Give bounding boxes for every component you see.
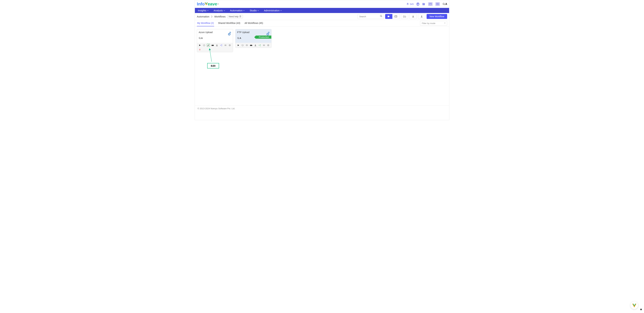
footer: © 2013-2024 Noesys Software Pvt. Ltd.	[195, 106, 449, 111]
new-workflow-button[interactable]: New Workflow	[426, 14, 447, 19]
upload-button[interactable]	[418, 14, 425, 19]
workflow-card[interactable]: Azure Upload A	[197, 29, 233, 52]
caret-down-icon	[207, 10, 209, 11]
download-icon	[216, 44, 218, 46]
annotation-text: Edit	[207, 63, 219, 69]
app-logo[interactable]: Info eave ®	[197, 2, 219, 7]
nav-label: Administration	[264, 9, 280, 12]
svg-point-32	[260, 45, 261, 45]
folder-plus-icon	[403, 15, 406, 18]
logo-trademark: ®	[218, 3, 219, 5]
svg-point-27	[246, 45, 247, 46]
qa-letter: A	[240, 37, 241, 39]
nav-automation[interactable]: Automation	[230, 8, 246, 13]
tab-my-workflow[interactable]: My Workflow (2)	[197, 20, 214, 26]
svg-point-6	[443, 3, 444, 5]
breadcrumb: Automation ❯ Workflows Need help ?	[197, 15, 243, 18]
qa-avatar[interactable]: A	[442, 3, 447, 6]
search-icon[interactable]	[380, 15, 382, 18]
filter-mode-select[interactable]: Filter by mode	[420, 21, 447, 26]
nav-label: Automation	[230, 9, 242, 12]
content-area: Azure Upload A	[195, 27, 449, 106]
svg-point-29	[250, 45, 251, 45]
share-button[interactable]	[258, 44, 261, 47]
delete-button[interactable]	[198, 48, 201, 51]
nav-analysis[interactable]: Analysis	[213, 8, 226, 13]
history-icon	[242, 44, 244, 46]
monitor-icon	[429, 3, 432, 5]
play-button[interactable]	[198, 44, 201, 47]
chevron-right-icon: ❯	[211, 15, 213, 18]
pencil-icon	[207, 44, 210, 46]
svg-point-15	[212, 45, 212, 45]
nav-administration[interactable]: Administration	[263, 8, 282, 13]
tabs-row: My Workflow (2) Shared Workflow (43) All…	[195, 20, 449, 27]
breadcrumb-automation[interactable]: Automation	[197, 15, 209, 18]
download-button[interactable]	[254, 44, 257, 47]
workflow-card[interactable]: FTP Upload Production A	[235, 29, 272, 48]
need-help-button[interactable]: Need help ?	[227, 15, 243, 18]
schedule-button[interactable]	[250, 44, 252, 47]
help-button[interactable]: ?	[416, 3, 420, 6]
svg-text:?: ?	[417, 3, 419, 6]
magnifier-icon	[199, 37, 201, 39]
library-button[interactable]	[422, 3, 426, 6]
question-icon: ?	[239, 15, 242, 18]
play-button[interactable]	[237, 44, 240, 47]
nav-studio[interactable]: Studio	[249, 8, 260, 13]
nav-label: Studio	[250, 9, 257, 12]
monitor1-button[interactable]	[428, 2, 433, 6]
svg-point-7	[380, 15, 382, 17]
gears-icon	[226, 31, 231, 37]
svg-rect-8	[395, 16, 397, 18]
history-button[interactable]	[202, 44, 206, 47]
download-button[interactable]	[410, 14, 417, 19]
info-button[interactable]	[228, 44, 231, 47]
svg-rect-1	[423, 3, 423, 5]
header-icons: 545 ? A	[406, 2, 447, 6]
svg-rect-14	[212, 45, 214, 46]
annotation-label: Edit	[207, 63, 219, 69]
copyright: © 2013-2024 Noesys Software Pvt. Ltd.	[198, 107, 235, 110]
download-icon	[254, 44, 256, 46]
svg-point-33	[260, 46, 261, 46]
card-toolbar	[236, 43, 271, 48]
logo-weave-icon	[204, 2, 208, 7]
share-icon	[258, 44, 261, 46]
tab-shared-workflow[interactable]: Shared Workflow (43)	[218, 20, 240, 26]
archive-button[interactable]	[262, 44, 266, 47]
schedule-icon	[211, 44, 214, 46]
caret-down-icon	[280, 10, 282, 11]
download-button[interactable]	[216, 44, 218, 47]
svg-point-30	[252, 45, 252, 45]
tab-all-workflows[interactable]: All Workflows (45)	[244, 20, 264, 26]
toolbar: New Workflow	[358, 14, 447, 19]
svg-point-18	[222, 45, 222, 45]
trash-icon	[199, 48, 201, 51]
svg-point-16	[213, 45, 214, 45]
schedule-icon	[250, 44, 252, 46]
view-grid-button[interactable]	[385, 14, 392, 19]
share-button[interactable]	[220, 44, 223, 47]
history-button[interactable]	[241, 44, 244, 47]
archive-button[interactable]	[224, 44, 227, 47]
caret-down-icon	[257, 10, 259, 11]
search-box	[358, 14, 384, 19]
schedule-button[interactable]	[211, 44, 214, 47]
qa-badge: A	[199, 37, 202, 39]
new-folder-button[interactable]	[401, 14, 408, 19]
logo-text-eave: eave	[208, 2, 217, 7]
logo-text-info: Info	[197, 2, 205, 7]
folder-down-icon	[224, 44, 226, 46]
nav-insights[interactable]: Insights	[197, 8, 209, 13]
svg-point-10	[229, 34, 230, 35]
view-list-button[interactable]	[392, 14, 400, 19]
breadcrumb-bar: Automation ❯ Workflows Need help ?	[195, 13, 449, 20]
svg-rect-3	[424, 3, 425, 5]
notifications-button[interactable]: 545	[406, 3, 414, 6]
monitor2-button[interactable]	[435, 2, 440, 6]
nav-label: Insights	[198, 9, 206, 12]
info-button[interactable]	[267, 44, 270, 47]
edit-button[interactable]	[207, 44, 210, 47]
view-button[interactable]	[245, 44, 248, 47]
